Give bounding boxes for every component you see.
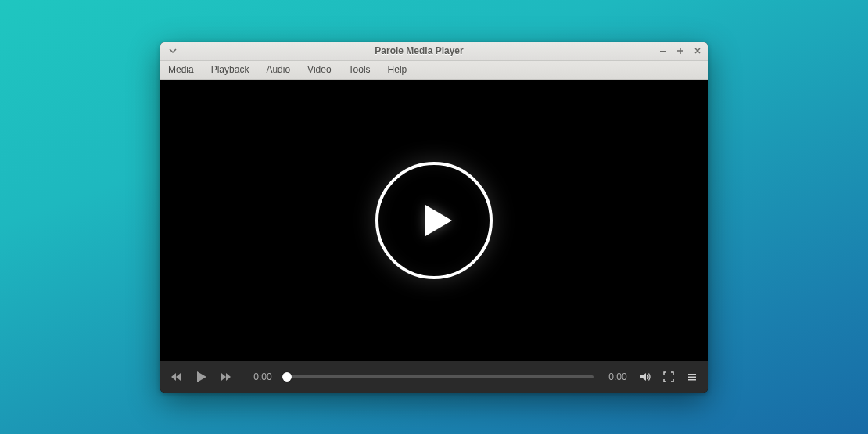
close-icon bbox=[694, 47, 701, 55]
maximize-icon bbox=[676, 47, 684, 55]
menu-tools[interactable]: Tools bbox=[346, 63, 374, 77]
play-icon bbox=[193, 369, 209, 385]
duration-time: 0:00 bbox=[606, 371, 629, 382]
menu-audio[interactable]: Audio bbox=[263, 63, 293, 77]
svg-rect-8 bbox=[688, 374, 696, 375]
previous-button[interactable] bbox=[168, 369, 184, 385]
seek-bar[interactable] bbox=[287, 375, 594, 378]
chevron-down-icon bbox=[169, 47, 177, 55]
svg-marker-5 bbox=[221, 373, 226, 381]
skip-back-icon bbox=[170, 371, 182, 383]
svg-rect-10 bbox=[688, 379, 696, 381]
menu-media[interactable]: Media bbox=[165, 63, 197, 77]
app-window: Parole Media Player Media Playback Audio… bbox=[160, 42, 708, 393]
menu-icon bbox=[687, 371, 698, 382]
volume-icon bbox=[639, 371, 651, 383]
big-play-button[interactable] bbox=[375, 162, 493, 279]
playlist-button[interactable] bbox=[684, 369, 700, 385]
window-title: Parole Media Player bbox=[181, 45, 658, 56]
menu-video[interactable]: Video bbox=[304, 63, 334, 77]
svg-marker-6 bbox=[226, 373, 231, 381]
svg-marker-2 bbox=[171, 373, 176, 381]
next-button[interactable] bbox=[218, 369, 234, 385]
control-bar: 0:00 0:00 bbox=[160, 361, 708, 393]
volume-button[interactable] bbox=[637, 369, 653, 385]
svg-rect-9 bbox=[688, 376, 696, 378]
fullscreen-button[interactable] bbox=[661, 369, 676, 385]
titlebar: Parole Media Player bbox=[160, 42, 708, 61]
menu-playback[interactable]: Playback bbox=[208, 63, 253, 77]
svg-marker-1 bbox=[425, 205, 452, 236]
close-button[interactable] bbox=[692, 45, 703, 56]
window-menu-button[interactable] bbox=[165, 47, 181, 55]
play-icon bbox=[407, 193, 461, 248]
menubar: Media Playback Audio Video Tools Help bbox=[160, 61, 708, 80]
minimize-button[interactable] bbox=[658, 45, 669, 56]
maximize-button[interactable] bbox=[675, 45, 686, 56]
elapsed-time: 0:00 bbox=[251, 371, 274, 382]
menu-help[interactable]: Help bbox=[385, 63, 411, 77]
fullscreen-icon bbox=[663, 371, 674, 382]
svg-marker-4 bbox=[197, 371, 206, 382]
minimize-icon bbox=[659, 47, 667, 55]
play-button[interactable] bbox=[192, 368, 210, 386]
window-controls bbox=[658, 45, 703, 56]
video-area[interactable] bbox=[160, 80, 708, 361]
seek-thumb[interactable] bbox=[282, 372, 292, 382]
svg-marker-7 bbox=[640, 373, 646, 381]
svg-marker-3 bbox=[176, 373, 181, 381]
skip-forward-icon bbox=[220, 371, 232, 383]
svg-rect-0 bbox=[660, 51, 666, 52]
